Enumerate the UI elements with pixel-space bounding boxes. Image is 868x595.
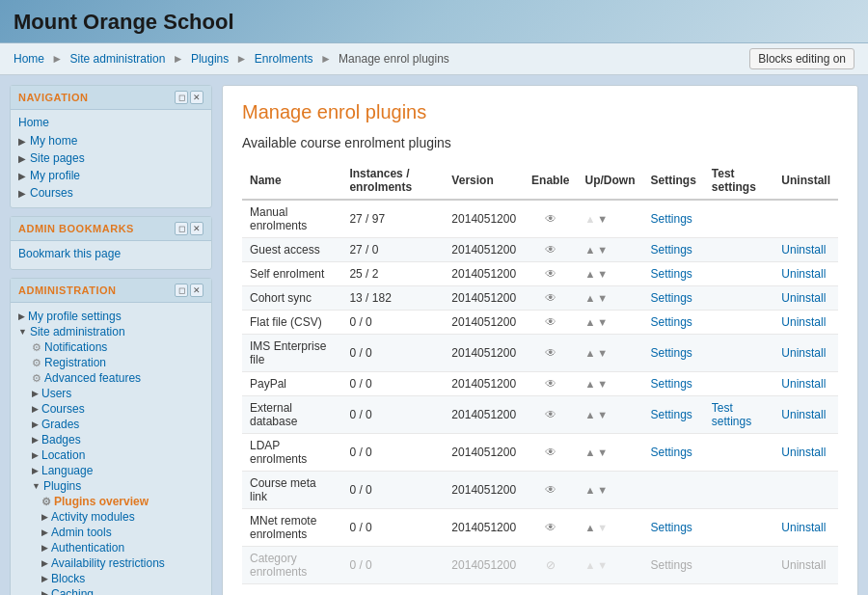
plugin-settings-2[interactable]: Settings — [642, 262, 703, 286]
uninstall-link-1[interactable]: Uninstall — [781, 243, 826, 257]
plugin-enable-10[interactable]: 👁 — [524, 509, 577, 547]
sidebar-item-grades[interactable]: ▶ Grades — [18, 417, 203, 432]
nav-block-icon-2[interactable]: ✕ — [190, 91, 203, 104]
sidebar-item-sitepages[interactable]: ▶ Site pages — [18, 149, 203, 167]
admin-icon-2[interactable]: ✕ — [190, 284, 203, 297]
breadcrumb-site-admin[interactable]: Site administration — [70, 52, 166, 66]
settings-link-3[interactable]: Settings — [650, 291, 692, 305]
nav-home-link[interactable]: Home — [18, 116, 203, 132]
test-settings-link-7[interactable]: Test settings — [712, 401, 751, 428]
plugin-uninstall-8[interactable]: Uninstall — [773, 434, 838, 472]
sidebar-item-authentication[interactable]: ▶ Authentication — [18, 540, 203, 555]
plugin-enable-7[interactable]: 👁 — [524, 396, 577, 434]
sidebar-item-users[interactable]: ▶ Users — [18, 386, 203, 401]
eye-enabled-icon[interactable]: 👁 — [545, 243, 556, 257]
plugin-uninstall-7[interactable]: Uninstall — [773, 396, 838, 434]
up-arrow-3[interactable]: ▲ — [584, 292, 595, 304]
plugin-enable-0[interactable]: 👁 — [524, 200, 577, 238]
uninstall-link-7[interactable]: Uninstall — [781, 408, 826, 421]
uninstall-link-5[interactable]: Uninstall — [781, 346, 826, 360]
up-arrow-1[interactable]: ▲ — [584, 244, 595, 256]
settings-link-2[interactable]: Settings — [650, 267, 692, 281]
down-arrow-1[interactable]: ▼ — [597, 244, 608, 256]
down-arrow-5[interactable]: ▼ — [597, 347, 608, 359]
plugin-enable-11[interactable]: ⊘ — [524, 547, 577, 584]
settings-link-1[interactable]: Settings — [650, 243, 692, 257]
plugin-settings-4[interactable]: Settings — [642, 311, 703, 335]
plugin-settings-8[interactable]: Settings — [642, 434, 703, 472]
down-arrow-4[interactable]: ▼ — [597, 316, 608, 328]
uninstall-link-11[interactable]: Uninstall — [781, 558, 826, 572]
plugin-uninstall-10[interactable]: Uninstall — [773, 509, 838, 547]
sidebar-item-advanced-features[interactable]: ⚙ Advanced features — [18, 370, 203, 386]
settings-link-5[interactable]: Settings — [650, 346, 692, 360]
plugin-enable-8[interactable]: 👁 — [524, 434, 577, 472]
sidebar-item-admin-tools[interactable]: ▶ Admin tools — [18, 525, 203, 540]
eye-disabled-icon[interactable]: ⊘ — [546, 558, 556, 572]
eye-enabled-icon[interactable]: 👁 — [545, 291, 556, 305]
sidebar-item-site-admin[interactable]: ▼ Site administration — [18, 324, 203, 339]
breadcrumb-enrolments[interactable]: Enrolments — [255, 52, 313, 66]
eye-enabled-icon[interactable]: 👁 — [545, 267, 556, 281]
eye-enabled-icon[interactable]: 👁 — [545, 212, 556, 226]
bookmarks-icon-2[interactable]: ✕ — [190, 222, 203, 235]
eye-enabled-icon[interactable]: 👁 — [545, 483, 556, 497]
blocks-editing-button[interactable]: Blocks editing on — [749, 48, 854, 69]
settings-link-7[interactable]: Settings — [650, 408, 692, 421]
plugin-enable-2[interactable]: 👁 — [524, 262, 577, 286]
plugin-uninstall-4[interactable]: Uninstall — [773, 311, 838, 335]
down-arrow-0[interactable]: ▼ — [597, 213, 608, 225]
eye-enabled-icon[interactable]: 👁 — [545, 446, 556, 459]
eye-enabled-icon[interactable]: 👁 — [545, 346, 556, 360]
plugin-uninstall-1[interactable]: Uninstall — [773, 238, 838, 262]
uninstall-link-8[interactable]: Uninstall — [781, 446, 826, 459]
down-arrow-6[interactable]: ▼ — [597, 378, 608, 390]
settings-link-11[interactable]: Settings — [650, 558, 692, 572]
up-arrow-4[interactable]: ▲ — [584, 316, 595, 328]
admin-icon-1[interactable]: ◻ — [175, 284, 188, 297]
bookmarks-icon-1[interactable]: ◻ — [175, 222, 188, 235]
sidebar-item-availability[interactable]: ▶ Availability restrictions — [18, 555, 203, 571]
sidebar-item-plugins-overview[interactable]: ⚙ Plugins overview — [18, 494, 203, 509]
eye-enabled-icon[interactable]: 👁 — [545, 315, 556, 329]
up-arrow-7[interactable]: ▲ — [584, 409, 595, 420]
down-arrow-7[interactable]: ▼ — [597, 409, 608, 420]
plugin-uninstall-2[interactable]: Uninstall — [773, 262, 838, 286]
up-arrow-5[interactable]: ▲ — [584, 347, 595, 359]
plugin-settings-3[interactable]: Settings — [642, 286, 703, 311]
sidebar-item-registration[interactable]: ⚙ Registration — [18, 355, 203, 370]
sidebar-item-language[interactable]: ▶ Language — [18, 463, 203, 478]
sidebar-item-notifications[interactable]: ⚙ Notifications — [18, 339, 203, 355]
plugin-settings-0[interactable]: Settings — [642, 200, 703, 238]
settings-link-0[interactable]: Settings — [650, 212, 692, 226]
plugin-settings-10[interactable]: Settings — [642, 509, 703, 547]
sidebar-item-myhome[interactable]: ▶ My home — [18, 132, 203, 149]
sidebar-item-location[interactable]: ▶ Location — [18, 447, 203, 463]
settings-link-10[interactable]: Settings — [650, 521, 692, 534]
breadcrumb-plugins[interactable]: Plugins — [191, 52, 229, 66]
up-arrow-6[interactable]: ▲ — [584, 378, 595, 390]
sidebar-item-courses[interactable]: ▶ Courses — [18, 184, 203, 202]
plugin-uninstall-11[interactable]: Uninstall — [773, 547, 838, 584]
plugin-uninstall-5[interactable]: Uninstall — [773, 335, 838, 372]
plugin-enable-1[interactable]: 👁 — [524, 238, 577, 262]
plugin-test-settings-7[interactable]: Test settings — [704, 396, 773, 434]
sidebar-item-myprofile[interactable]: ▶ My profile — [18, 167, 203, 184]
plugin-settings-7[interactable]: Settings — [642, 396, 703, 434]
down-arrow-8[interactable]: ▼ — [597, 446, 608, 458]
nav-block-icon-1[interactable]: ◻ — [175, 91, 188, 104]
uninstall-link-4[interactable]: Uninstall — [781, 315, 826, 329]
plugin-settings-6[interactable]: Settings — [642, 372, 703, 396]
sidebar-item-activity-modules[interactable]: ▶ Activity modules — [18, 509, 203, 525]
plugin-settings-11[interactable]: Settings — [642, 547, 703, 584]
uninstall-link-3[interactable]: Uninstall — [781, 291, 826, 305]
plugin-uninstall-6[interactable]: Uninstall — [773, 372, 838, 396]
eye-enabled-icon[interactable]: 👁 — [545, 408, 556, 421]
eye-enabled-icon[interactable]: 👁 — [545, 521, 556, 534]
plugin-settings-1[interactable]: Settings — [642, 238, 703, 262]
plugin-enable-9[interactable]: 👁 — [524, 472, 577, 509]
down-arrow-9[interactable]: ▼ — [597, 484, 608, 496]
settings-link-4[interactable]: Settings — [650, 315, 692, 329]
up-arrow-8[interactable]: ▲ — [584, 446, 595, 458]
plugin-settings-5[interactable]: Settings — [642, 335, 703, 372]
